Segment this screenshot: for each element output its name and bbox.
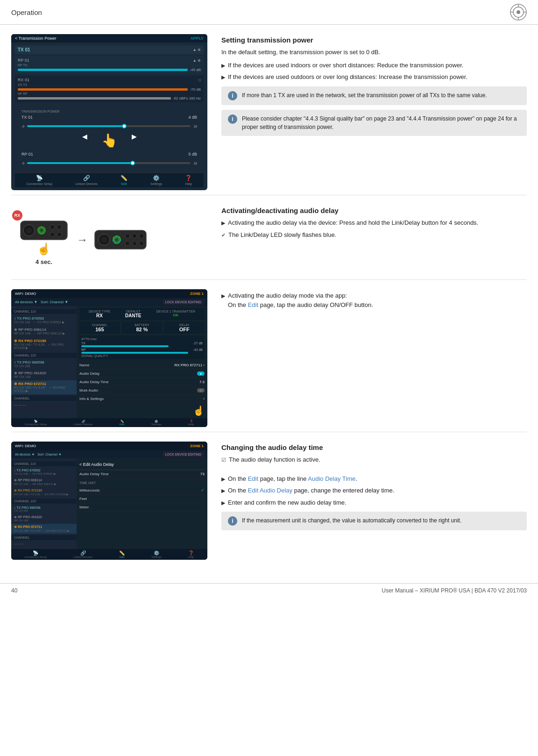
field-audio-delay-time[interactable]: Audio Delay Time 7.3 xyxy=(79,378,205,386)
tx-device-group-after xyxy=(92,226,149,254)
detail-header: DEVICE TYPE RX DEFAULT DANTE DEVICE 1 TR… xyxy=(79,308,205,320)
app2b-item-1[interactable]: ⊕ RP PRO 608114 RP CH 148 ↔ RP PRO 60811… xyxy=(11,477,77,487)
section-2-title: Activating/deactivating audio delay xyxy=(221,207,527,214)
rp-slider-label: RP 01 xyxy=(21,152,33,157)
app2-lock[interactable]: LOCK DEVICE EDITING xyxy=(163,300,204,305)
app2-device-0[interactable]: ↕ TX PRO 878562 TX CH 148 ↔ TX PRO 87856… xyxy=(11,315,77,326)
app2b-item-3[interactable]: ↕ TX PRO 986598 TX CH 168 xyxy=(11,505,77,514)
app2-device-5[interactable]: ⊕ RX PRO 672711 RX CH 168 / TX 4.00* ↔ R… xyxy=(11,380,77,395)
app2b-section-1: CHANNEL 110 xyxy=(11,461,77,466)
rx-device-group: RX xyxy=(16,214,72,265)
edit-audio-delay-link: Edit Audio Delay xyxy=(248,487,292,494)
neutrik-logo-icon xyxy=(510,4,527,21)
app2-device-4[interactable]: ⊕ RP PRO 491820 RP CH 168 xyxy=(11,370,77,380)
app2-section-1: CHANNEL 110 xyxy=(11,309,77,314)
app2b-delay-time-field[interactable]: Audio Delay Time 73 xyxy=(79,470,205,478)
app2-device-2[interactable]: ⊕ RX PRO 372190 RX CH 148 / TX 4.00 ↔ RX… xyxy=(11,337,77,352)
tx-slider-value: 4 dB xyxy=(188,115,197,120)
app2b-nav-help[interactable]: ❓ Help xyxy=(188,550,194,558)
info-box-1: i If more than 1 TX are used in the netw… xyxy=(221,86,527,105)
signal-tx-db: -27 dB xyxy=(193,342,203,345)
info-icon-3: i xyxy=(228,516,237,526)
app2-nav-edit[interactable]: ✏️ Edit xyxy=(120,420,124,426)
app2b-item-5[interactable]: ⊕ RX PRO 672711 RX CH 168 / TX 4.00* ↔ R… xyxy=(11,524,77,534)
section-3-prereq: ☑ The audio delay function is active. xyxy=(221,455,527,464)
time-unit-group: TIME UNIT Milliseconds ✓ Feet xyxy=(79,481,205,512)
app2-nav-linked[interactable]: 🔗 Linked Devices xyxy=(74,420,93,426)
delay-time-value: 73 xyxy=(200,472,205,476)
rx-db-value1: -70 dB xyxy=(190,87,201,92)
svg-point-26 xyxy=(139,241,144,246)
bullet-2b-1: ▶ Activating the audio delay mode via th… xyxy=(221,291,527,309)
app2b-item-4[interactable]: ⊕ RP PRO 491820 RP CH 168 xyxy=(11,514,77,524)
app-screen-header: < Transmission Power APPLY xyxy=(11,34,207,43)
arrow-icon-3: ▶ xyxy=(221,219,225,228)
app-header-left: < Transmission Power xyxy=(15,36,57,41)
field-audio-delay[interactable]: Audio Delay ● xyxy=(79,370,205,378)
app-screenshot-3: WIFI: DEMO ZONE 1 All devices ▼ Sort: Ch… xyxy=(11,442,207,560)
svg-point-9 xyxy=(26,228,32,233)
page-header: Operation xyxy=(0,0,538,25)
app2-nav-connection[interactable]: 📡 Connection Setup xyxy=(25,420,47,426)
check-ms: ✓ xyxy=(201,488,205,492)
info-icon-2: i xyxy=(228,114,237,124)
svg-point-25 xyxy=(132,241,137,246)
app2-device-1[interactable]: ⊕ RP PRO 608114 RP CH 148 ↔ RP PRO 60811… xyxy=(11,326,77,337)
rp-row: RP 01 ▲ ⊕ RP TX -45 dB xyxy=(15,56,204,74)
detail-col-status: DEVICE 1 TRANSMITTER OK xyxy=(156,310,196,318)
app2b-nav-edit[interactable]: ✏️ Edit xyxy=(119,550,125,558)
app2b-nav-settings[interactable]: ⚙️ Settings xyxy=(151,550,162,558)
info-box-2: i Please consider chapter "4.4.3 Signal … xyxy=(221,110,527,136)
delay-label: 4 sec. xyxy=(35,258,52,265)
mute-audio-toggle[interactable]: ○ xyxy=(197,388,205,392)
app2-nav-help[interactable]: ❓ Help xyxy=(188,420,194,426)
slider-section-label: TRANSMISSION POWER xyxy=(21,110,197,113)
section-transmission-power: < Transmission Power APPLY TX 01 ▲ ⊕ xyxy=(0,25,538,195)
info-text-2: Please consider chapter "4.4.3 Signal qu… xyxy=(242,114,520,131)
svg-point-20 xyxy=(115,238,118,241)
section-audio-delay: RX xyxy=(0,195,538,279)
tx-slider-track[interactable] xyxy=(27,125,191,127)
rx-signal-bar: -70 dB xyxy=(18,87,201,92)
rp-slider-track[interactable] xyxy=(27,162,191,164)
app2-filter[interactable]: All devices ▼ Sort: Channel ▼ xyxy=(15,300,68,304)
bullet-2-1: ▶ Activating the audio delay via the dev… xyxy=(221,218,527,228)
hand-cursor-icon: 👆 xyxy=(101,133,118,148)
app2b-nav-connection[interactable]: 📡 Connection Setup xyxy=(25,550,47,558)
finger-touch-indicator: ☝ xyxy=(79,405,205,416)
rx-badge: RX xyxy=(12,210,22,221)
app2-device-3[interactable]: ↕ TX PRO 986598 TX CH 168 xyxy=(11,359,77,370)
arrow-icon-4: ▶ xyxy=(221,292,225,309)
nav-connection-setup[interactable]: 📡 Connection Setup xyxy=(27,175,53,185)
app2b-nav-linked[interactable]: 🔗 Linked Devices xyxy=(73,550,92,558)
info-box-3: i If the measurement unit is changed, th… xyxy=(221,512,527,530)
app2b-item-0[interactable]: ↕ TX PRO 878562 TX CH 148 ↔ TX PRO 87856… xyxy=(11,467,77,477)
nav-edit[interactable]: ✏️ Edit xyxy=(120,175,127,185)
nav-linked-devices[interactable]: 🔗 Linked Devices xyxy=(75,175,97,185)
app2b-zone: ZONE 1 xyxy=(190,444,204,448)
nav-settings[interactable]: ⚙️ Settings xyxy=(150,175,162,185)
svg-point-14 xyxy=(50,232,55,237)
audio-delay-toggle[interactable]: ● xyxy=(197,371,205,376)
app2b-edit-panel: < Edit Audio Delay Audio Delay Time 73 T… xyxy=(77,458,207,549)
bullet-2-2: ✔ The Link/Delay LED slowly flashes blue… xyxy=(221,230,527,240)
app2-nav-settings[interactable]: ⚙️ Settings xyxy=(151,420,162,426)
info-text-3: If the measurement unit is changed, the … xyxy=(242,516,520,526)
detail-stats-row: CHANNEL 165 BATTERY 82 % DELAY OFF xyxy=(79,322,205,334)
time-unit-feet[interactable]: Feet xyxy=(79,495,205,503)
app-screenshot-2: WIFI: DEMO ZONE 1 All devices ▼ Sort: Ch… xyxy=(11,289,207,427)
edit-link-2: Edit xyxy=(248,475,258,482)
app2b-navbar: 📡 Connection Setup 🔗 Linked Devices ✏️ E… xyxy=(11,549,207,560)
app2b-section-3: CHANNEL xyxy=(11,535,77,540)
nav-help[interactable]: ❓ Help xyxy=(185,175,192,185)
app2-device-6[interactable]: --- --- --- xyxy=(11,402,77,408)
field-info-settings[interactable]: Info & Settings › xyxy=(79,395,205,403)
rp-slider-value: 5 dB xyxy=(188,152,197,157)
time-unit-meter[interactable]: Meter xyxy=(79,503,205,512)
app2b-item-2[interactable]: ⊕ RX PRO 372190 RX CH 148 / TX 4.00 ↔ RX… xyxy=(11,487,77,498)
field-mute-audio[interactable]: Mute Audio ○ xyxy=(79,386,205,395)
time-unit-ms[interactable]: Milliseconds ✓ xyxy=(79,486,205,495)
app2b-header: WIFI: DEMO ZONE 1 xyxy=(11,442,207,450)
field-name: Name RX PRO 672711 › xyxy=(79,361,205,370)
rx-db-value2: -62 dBFs 160 Hz xyxy=(173,96,201,100)
